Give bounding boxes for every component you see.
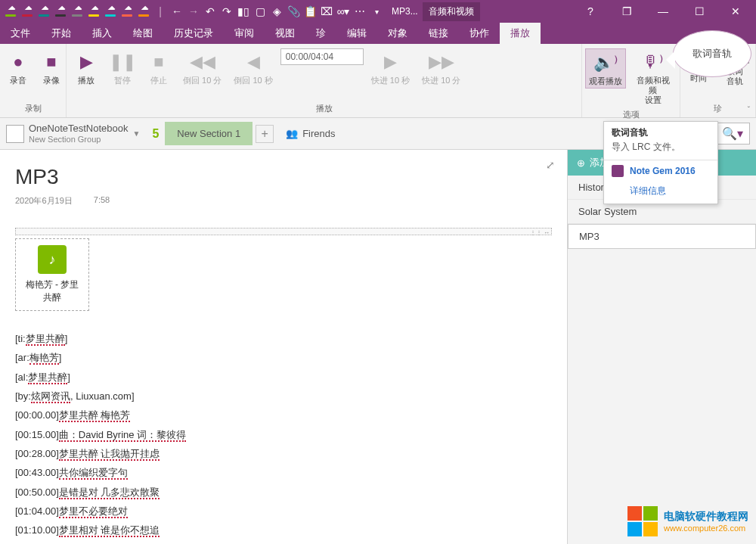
back-icon[interactable]: ← xyxy=(169,4,184,19)
qat-customize-icon[interactable]: ▾ xyxy=(369,4,384,19)
menu-object[interactable]: 对象 xyxy=(377,23,418,44)
menu-edit[interactable]: 编辑 xyxy=(336,23,377,44)
help-icon[interactable]: ? xyxy=(573,0,608,23)
page-title[interactable]: MP3 xyxy=(15,165,552,189)
search-icon[interactable]: 🔍▾ xyxy=(715,123,749,144)
menu-file[interactable]: 文件 xyxy=(0,23,41,44)
menu-playback[interactable]: 播放 xyxy=(500,23,541,44)
dock-icon[interactable]: ▮▯ xyxy=(236,4,251,19)
hl-pink-icon[interactable] xyxy=(119,4,135,19)
undo-icon[interactable]: ↶ xyxy=(203,4,218,19)
pen-gray-icon[interactable] xyxy=(70,4,85,19)
page-date: 2020年6月19日 xyxy=(15,195,73,207)
chevron-down-icon: ▼ xyxy=(133,129,141,138)
notebook-icon xyxy=(6,125,24,143)
eraser-icon[interactable]: ◈ xyxy=(269,4,284,19)
speaker-icon: 🔈⁾ xyxy=(593,51,618,75)
screenshot-icon[interactable]: ⌧ xyxy=(319,4,334,19)
rewind-10s-button: ◀ 倒回 10 秒 xyxy=(229,48,277,87)
mp3-attachment[interactable]: 梅艳芳 - 梦里共醉 xyxy=(15,238,89,311)
qat-overflow-icon[interactable]: ⋯ xyxy=(352,4,367,19)
clipboard-icon[interactable]: 📋 xyxy=(302,4,318,19)
title-bar: | ← → ↶ ↷ ▮▯ ▢ ◈ 📎 📋 ⌧ ∞▾ ⋯ ▾ MP3... 音频和… xyxy=(0,0,756,23)
page-item-mp3[interactable]: MP3 xyxy=(568,224,756,249)
add-section-button[interactable]: + xyxy=(256,125,274,143)
product-icon xyxy=(612,165,624,177)
mp3-file-icon xyxy=(38,245,67,274)
ribbon: ● 录音 ■ 录像 录制 ▶ 播放 ❚❚ 暂停 ■ 停止 xyxy=(0,44,756,118)
watermark-url: www.computer26.com xyxy=(664,524,748,533)
plus-icon: ⊕ xyxy=(577,157,585,169)
pen-black-icon[interactable] xyxy=(53,4,68,19)
workspace: ⤢ MP3 2020年6月19日 7:58 ⋮⋮ ↔ 梅艳芳 - 梦里共醉 [t… xyxy=(0,150,756,544)
menu-history[interactable]: 历史记录 xyxy=(163,23,224,44)
record-audio-button[interactable]: ● 录音 xyxy=(3,48,33,87)
page-list-panel: ⊕ 添加 History Solar System MP3 xyxy=(567,150,756,544)
section-group-name: New Section Group xyxy=(29,135,129,145)
hl-yellow-icon[interactable] xyxy=(86,4,101,19)
section-icon: 👥 xyxy=(286,128,298,139)
fullpage-icon[interactable]: ▢ xyxy=(253,4,268,19)
hl-orange-icon[interactable] xyxy=(136,4,151,19)
menu-view[interactable]: 视图 xyxy=(265,23,305,44)
play-button[interactable]: ▶ 播放 xyxy=(70,48,103,87)
hl-cyan-icon[interactable] xyxy=(103,4,118,19)
pen-green-icon[interactable] xyxy=(3,4,18,19)
close-icon[interactable]: ✕ xyxy=(718,0,753,23)
pause-button: ❚❚ 暂停 xyxy=(106,48,139,87)
tooltip-product[interactable]: Note Gem 2016 xyxy=(630,166,696,176)
tooltip-more-link[interactable]: 详细信息 xyxy=(604,182,717,204)
section-tab-1[interactable]: New Section 1 xyxy=(165,122,253,145)
menu-insert[interactable]: 插入 xyxy=(82,23,122,44)
restore-window-icon[interactable]: ❐ xyxy=(609,0,644,23)
forward-icon[interactable]: → xyxy=(186,4,201,19)
sync-badge: 5 xyxy=(146,127,165,141)
menu-draw[interactable]: 绘图 xyxy=(122,23,163,44)
rewind-10m-button: ◀◀ 倒回 10 分 xyxy=(178,48,226,87)
record-video-button[interactable]: ■ 录像 xyxy=(36,48,67,87)
stop-icon: ■ xyxy=(147,50,171,74)
title-area: MP3... 音频和视频 xyxy=(392,2,480,21)
menu-bar: 文件 开始 插入 绘图 历史记录 审阅 视图 珍 编辑 对象 链接 协作 播放 xyxy=(0,23,756,44)
mic-icon: ● xyxy=(6,50,30,74)
quick-access-toolbar: | ← → ↶ ↷ ▮▯ ▢ ◈ 📎 📋 ⌧ ∞▾ ⋯ ▾ xyxy=(0,4,384,19)
link-icon[interactable]: ∞▾ xyxy=(336,4,351,19)
collapse-ribbon-icon[interactable]: ˇ xyxy=(748,106,750,114)
section-tab-2[interactable]: 👥 Firends xyxy=(274,122,347,145)
redo-icon[interactable]: ↷ xyxy=(219,4,234,19)
page-meta: 2020年6月19日 7:58 xyxy=(15,195,552,207)
forward-fast-icon: ▶▶ xyxy=(429,50,454,74)
tooltip-desc: 导入 LRC 文件。 xyxy=(604,141,717,160)
block-handle[interactable]: ⋮⋮ ↔ xyxy=(15,228,552,235)
callout-text: 歌词音轨 xyxy=(692,47,732,61)
pen-teal-icon[interactable] xyxy=(36,4,51,19)
pause-icon: ❚❚ xyxy=(110,50,135,74)
minimize-icon[interactable]: — xyxy=(646,0,680,23)
attach-icon[interactable]: 📎 xyxy=(286,4,301,19)
tooltip-popup: 歌词音轨 导入 LRC 文件。 Note Gem 2016 详细信息 xyxy=(603,121,718,204)
callout-bubble: 歌词音轨 xyxy=(673,30,751,77)
menu-gem[interactable]: 珍 xyxy=(305,23,336,44)
qat-sep: | xyxy=(153,4,168,19)
rewind-fast-icon: ◀◀ xyxy=(191,50,215,74)
menu-review[interactable]: 审阅 xyxy=(224,23,265,44)
lyrics-text[interactable]: [ti:梦里共醉][ar:梅艳芳][al:梦里共醉][by:炫网资讯, Liux… xyxy=(15,329,552,540)
mp3-filename: 梅艳芳 - 梦里共醉 xyxy=(22,278,82,304)
group-gem-label: 珍 xyxy=(683,101,752,116)
pen-red-icon[interactable] xyxy=(20,4,35,19)
rewind-icon: ◀ xyxy=(241,50,265,74)
watermark-title: 电脑软硬件教程网 xyxy=(664,510,748,524)
menu-link[interactable]: 链接 xyxy=(418,23,459,44)
menu-cooperate[interactable]: 协作 xyxy=(459,23,500,44)
watch-playback-button[interactable]: 🔈⁾ 观看播放 xyxy=(585,48,626,89)
page-time: 7:58 xyxy=(94,195,110,207)
playback-time: 00:00/04:04 xyxy=(280,48,364,65)
expand-icon[interactable]: ⤢ xyxy=(546,159,555,171)
content-block[interactable]: ⋮⋮ ↔ 梅艳芳 - 梦里共醉 [ti:梦里共醉][ar:梅艳芳][al:梦里共… xyxy=(15,234,552,540)
notebook-selector[interactable]: OneNoteTestNotebook New Section Group ▼ xyxy=(0,123,146,145)
menu-home[interactable]: 开始 xyxy=(41,23,82,44)
page-canvas[interactable]: ⤢ MP3 2020年6月19日 7:58 ⋮⋮ ↔ 梅艳芳 - 梦里共醉 [t… xyxy=(0,150,567,544)
context-tab-label: 音频和视频 xyxy=(423,2,480,21)
stop-button: ■ 停止 xyxy=(142,48,175,87)
maximize-icon[interactable]: ☐ xyxy=(682,0,717,23)
